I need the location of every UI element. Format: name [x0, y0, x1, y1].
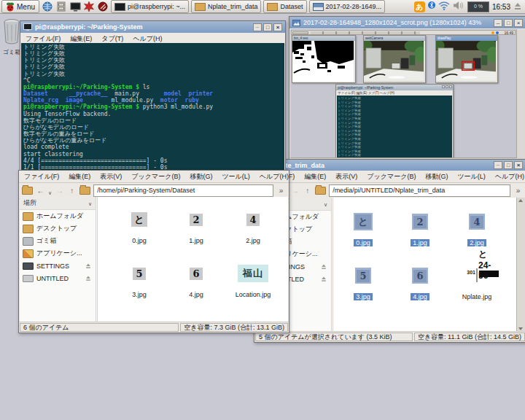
menu-item[interactable]: 編集(E): [70, 34, 92, 43]
collapse-icon[interactable]: [324, 201, 327, 208]
up-icon[interactable]: ↑: [303, 187, 312, 195]
task-button-label: pi@raspberrypi: ~...: [128, 3, 185, 10]
sidebar-item[interactable]: UNTITLED: [20, 272, 96, 284]
screenshot-taskbar: 16:49: [291, 30, 516, 35]
jump-icon[interactable]: »: [513, 187, 523, 195]
file-item[interactable]: 53.jpg: [111, 258, 168, 312]
history-dropdown-icon[interactable]: [48, 184, 52, 198]
viewer-vertical-scrollbar[interactable]: [516, 29, 525, 163]
home-icon[interactable]: [315, 187, 326, 195]
menu-item[interactable]: ヘルプ(H): [495, 172, 524, 181]
menu-item[interactable]: 表示(V): [100, 172, 122, 181]
menu-item[interactable]: 移動(G): [425, 172, 448, 181]
file-item[interactable]: 42.jpg: [448, 206, 505, 260]
browser-icon[interactable]: [42, 1, 53, 12]
menu-item[interactable]: ヘルプ(H): [133, 34, 162, 43]
menu-item[interactable]: 移動(G): [190, 172, 212, 181]
eject-icon[interactable]: [85, 276, 91, 281]
up-icon[interactable]: ↑: [67, 187, 77, 195]
viewer-titlebar[interactable]: 2017-02-28-164948_1280x1024_scrot.png (1…: [289, 17, 525, 28]
task-button[interactable]: Nplate_trim_data: [191, 0, 262, 13]
new-tab-icon[interactable]: [22, 187, 33, 195]
nplate-vertical-scrollbar[interactable]: [516, 198, 525, 332]
volume-icon[interactable]: [453, 0, 464, 13]
close-button[interactable]: [514, 19, 523, 27]
collapse-icon[interactable]: [88, 200, 92, 207]
menu-item[interactable]: ファイル(F): [24, 172, 59, 181]
sidebar-item[interactable]: デスクトップ: [20, 222, 96, 235]
terminal-output[interactable]: トリミング失敗トリミング失敗トリミング失敗トリミング失敗トリミング失敗^Cpi@…: [21, 43, 284, 170]
maximize-button[interactable]: [504, 19, 513, 27]
forward-icon[interactable]: →: [55, 187, 64, 195]
minimize-button[interactable]: [253, 23, 262, 31]
close-button[interactable]: [514, 161, 523, 169]
file-name: Nplate.jpg: [460, 293, 494, 300]
file-item[interactable]: 21.jpg: [168, 204, 225, 258]
menu-item[interactable]: ファイル(F): [26, 34, 61, 43]
wifi-icon[interactable]: [438, 0, 450, 13]
maximize-button[interactable]: [504, 161, 513, 169]
nplate-titlebar[interactable]: Nplate_trim_data: [254, 160, 525, 171]
sidebar-item-label: UNTITLED: [36, 275, 69, 282]
task-button-label: Nplate_trim_data: [208, 3, 258, 10]
cpu-monitor[interactable]: 0 %: [467, 1, 489, 12]
menu-item[interactable]: 編集(E): [304, 172, 326, 181]
nplate-filemanager-window: Nplate_trim_data ファイル(F)編集(E)表示(V)ブックマーク…: [254, 159, 525, 343]
terminal-icon[interactable]: [69, 1, 81, 12]
maximize-button[interactable]: [263, 23, 272, 31]
clock[interactable]: 16:53: [492, 3, 510, 11]
nplate-path-field[interactable]: /media/pi/UNTITLED/Nplate_trim_data: [329, 184, 510, 197]
file-manager-icon[interactable]: [55, 1, 67, 12]
menu-button[interactable]: Menu: [1, 0, 39, 13]
minimize-button[interactable]: [494, 161, 502, 169]
close-button[interactable]: [273, 23, 282, 31]
menu-item[interactable]: ヘルプ(H): [260, 172, 289, 181]
jump-icon[interactable]: »: [276, 187, 286, 195]
file-thumbnail: 4: [246, 213, 259, 226]
eject-icon[interactable]: [513, 3, 522, 10]
file-item[interactable]: 53.jpg: [335, 260, 392, 314]
file-item[interactable]: と0.jpg: [335, 206, 392, 260]
task-button[interactable]: 2017-02-28-1649...: [309, 0, 386, 13]
eject-icon[interactable]: [85, 263, 91, 268]
back-icon[interactable]: ←: [36, 187, 45, 195]
file-item[interactable]: 64.jpg: [392, 260, 448, 314]
terminal-titlebar[interactable]: pi@raspberrypi: ~/Parking-System: [20, 21, 285, 33]
minimize-button[interactable]: [494, 19, 502, 27]
input-method-icon[interactable]: あ: [414, 1, 425, 12]
eject-icon[interactable]: [321, 264, 327, 269]
wolfram-icon[interactable]: [97, 1, 109, 12]
file-name: 1.jpg: [187, 237, 206, 244]
menu-item[interactable]: ツール(L): [457, 172, 485, 181]
file-item[interactable]: 301と24-56Nplate.jpg: [448, 260, 505, 314]
eject-icon[interactable]: [321, 276, 327, 281]
dataset-path-field[interactable]: /home/pi/Parking-System/Dataset: [93, 184, 273, 197]
terminal-line: Using TensorFlow backend.: [23, 111, 282, 117]
task-button[interactable]: pi@raspberrypi: ~...: [111, 0, 189, 13]
sidebar-item[interactable]: ゴミ箱: [20, 235, 96, 247]
file-item[interactable]: 42.jpg: [225, 204, 281, 258]
screenshot-terminal-window: pi@raspberrypi: ~/Parking-System ファイル(F)…: [335, 84, 454, 160]
sidebar-item[interactable]: ホームフォルダ: [20, 210, 96, 222]
screenshot-terminal-output: トリミング失敗トリミング失敗トリミング失敗トリミング失敗トリミング失敗トリミング…: [337, 96, 452, 158]
menu-item[interactable]: タブ(T): [101, 34, 123, 43]
menu-item[interactable]: ブックマーク(B): [131, 172, 180, 181]
bluetooth-icon[interactable]: [428, 0, 435, 13]
file-item[interactable]: 福山Location.jpg: [225, 258, 281, 312]
file-item[interactable]: 21.jpg: [392, 206, 448, 260]
sidebar-item[interactable]: SETTINGS: [20, 260, 96, 272]
menu-item[interactable]: 表示(V): [335, 172, 357, 181]
sidebar-item[interactable]: アプリケーシ...: [20, 247, 96, 260]
desktop-trash-shortcut[interactable]: ゴミ箱: [2, 18, 21, 62]
menu-item[interactable]: ブックマーク(B): [367, 172, 416, 181]
file-thumbnail-zone: 4: [246, 204, 259, 235]
file-item[interactable]: と0.jpg: [111, 204, 168, 258]
mathematica-icon[interactable]: [83, 1, 95, 12]
image-file-icon: [292, 20, 300, 26]
menu-item[interactable]: ツール(L): [222, 172, 249, 181]
menu-item[interactable]: 編集(E): [69, 172, 90, 181]
home-icon[interactable]: [79, 187, 90, 195]
forward-icon[interactable]: →: [290, 187, 300, 195]
file-item[interactable]: 64.jpg: [168, 258, 225, 312]
task-button[interactable]: Dataset: [263, 0, 306, 13]
